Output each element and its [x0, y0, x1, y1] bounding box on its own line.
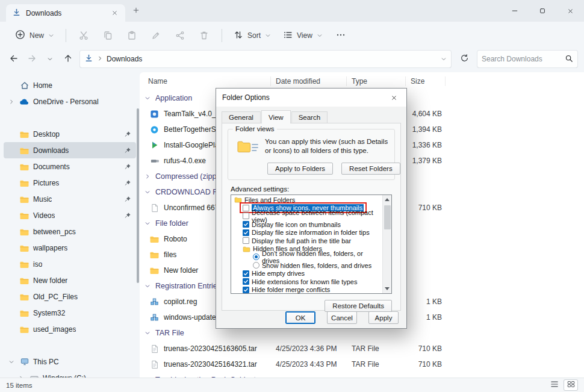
search-input[interactable] [482, 55, 565, 63]
delete-button[interactable] [193, 25, 216, 46]
tree-item-label[interactable]: Files and Folders [244, 196, 295, 204]
sidebar-item-system32[interactable]: System32 [4, 305, 136, 321]
chevron-right-icon[interactable] [7, 99, 16, 105]
checkbox[interactable] [243, 213, 249, 219]
sidebar-item-wallpapers[interactable]: wallpapers [4, 240, 136, 256]
checkbox[interactable] [243, 221, 249, 228]
cancel-button[interactable]: Cancel [327, 311, 357, 324]
tree-item-hide-extensions-for-known-file-types[interactable]: Hide extensions for known file types [231, 278, 382, 286]
column-header-size[interactable]: Size [406, 76, 446, 86]
tree-item-decrease-space-between-items-compact-view[interactable]: Decrease space between items (compact vi… [231, 212, 382, 220]
tree-item-label[interactable]: Display the full path in the title bar [252, 237, 351, 244]
sidebar-item-this-pc[interactable]: This PC [4, 353, 136, 370]
sidebar-item-old-pc-files[interactable]: Old_PC_Files [4, 288, 136, 305]
recent-locations-button[interactable] [41, 50, 59, 68]
back-button[interactable] [5, 50, 23, 68]
reset-folders-button[interactable]: Reset Folders [341, 163, 400, 175]
column-header-type[interactable]: Type [347, 76, 406, 86]
group-header-troubleshooting-pack-cabinet[interactable]: Troubleshooting Pack Cabinet [140, 372, 584, 378]
checkbox[interactable] [243, 237, 249, 244]
sidebar-item-between-pcs[interactable]: between_pcs [4, 223, 136, 240]
column-header-name[interactable]: Name [143, 76, 271, 86]
chevron-right-icon[interactable] [17, 375, 25, 378]
up-button[interactable] [59, 50, 77, 68]
chevron-down-icon[interactable] [7, 359, 16, 365]
sidebar-item-pictures[interactable]: Pictures [4, 175, 136, 191]
sidebar-item-used-images[interactable]: used_images [4, 321, 136, 337]
scroll-thumb[interactable] [384, 205, 391, 229]
address-input[interactable]: Downloads [79, 50, 452, 68]
table-row[interactable]: truenas-20230425164321.tar4/25/2023 4:43… [140, 356, 584, 372]
list-scrollbar[interactable] [382, 195, 391, 293]
chevron-down-icon[interactable] [143, 283, 152, 289]
sidebar-scrollbar[interactable] [137, 108, 139, 283]
ok-button[interactable]: OK [285, 311, 315, 324]
tab-downloads[interactable]: Downloads [6, 4, 125, 22]
checkbox[interactable] [243, 287, 249, 293]
minimize-button[interactable] [501, 0, 529, 22]
copy-button[interactable] [96, 25, 119, 46]
tree-item-label[interactable]: Hide extensions for known file types [252, 278, 357, 285]
maximize-button[interactable] [529, 0, 556, 22]
dialog-titlebar[interactable]: Folder Options [216, 89, 406, 107]
tree-item-hide-folder-merge-conflicts[interactable]: Hide folder merge conflicts [231, 286, 382, 294]
radio-button[interactable] [253, 262, 259, 269]
tab-general[interactable]: General [222, 111, 261, 123]
apply-button[interactable]: Apply [368, 311, 399, 324]
sidebar-item-new-folder[interactable]: New folder [4, 272, 136, 288]
checkbox[interactable] [243, 229, 249, 236]
tree-item-label[interactable]: Display file icon on thumbnails [252, 221, 341, 228]
address-dropdown-icon[interactable] [441, 56, 447, 62]
tree-item-label[interactable]: Hide folder merge conflicts [252, 286, 330, 293]
checkbox[interactable] [243, 270, 249, 277]
chevron-right-icon[interactable] [143, 377, 152, 378]
scroll-up-icon[interactable] [383, 195, 392, 204]
column-header-date-modified[interactable]: Date modified [271, 76, 347, 86]
tab-search[interactable]: Search [291, 111, 328, 123]
sidebar-item-videos[interactable]: Videos [4, 207, 136, 223]
tree-item-display-file-size-information-in-folder-tips[interactable]: Display file size information in folder … [231, 228, 382, 237]
forward-button[interactable] [23, 50, 41, 68]
tab-view[interactable]: View [261, 110, 291, 123]
close-button[interactable] [556, 0, 584, 22]
tree-item-label[interactable]: Hide empty drives [252, 270, 305, 277]
large-icons-view-button[interactable] [564, 379, 578, 391]
chevron-right-icon[interactable] [143, 173, 152, 179]
tab-close-icon[interactable] [108, 7, 120, 19]
checkbox[interactable] [243, 278, 249, 285]
tree-item-files-and-folders[interactable]: Files and Folders [231, 196, 382, 204]
view-button[interactable]: View [278, 26, 328, 46]
chevron-down-icon[interactable] [143, 95, 152, 101]
tree-item-label[interactable]: Display file size information in folder … [252, 229, 370, 236]
sidebar-item-downloads[interactable]: Downloads [4, 142, 136, 158]
restore-defaults-button[interactable]: Restore Defaults [325, 300, 392, 312]
more-options-button[interactable] [329, 25, 352, 46]
tree-item-hide-empty-drives[interactable]: Hide empty drives [231, 269, 382, 278]
sidebar-item-iso[interactable]: iso [4, 256, 136, 272]
breadcrumb[interactable]: Downloads [107, 55, 142, 63]
sidebar-item-home[interactable]: Home [4, 77, 136, 93]
details-view-button[interactable] [547, 379, 562, 391]
sidebar-item-windows-c[interactable]: Windows (C:) [4, 370, 136, 378]
sidebar-item-documents[interactable]: Documents [4, 158, 136, 175]
chevron-down-icon[interactable] [143, 189, 152, 195]
new-button[interactable]: New [10, 25, 60, 46]
new-tab-button[interactable] [130, 4, 142, 16]
dialog-close-icon[interactable] [381, 89, 406, 107]
sidebar-item-music[interactable]: Music [4, 191, 136, 207]
scroll-down-icon[interactable] [383, 284, 392, 293]
sidebar-item-desktop[interactable]: Desktop [4, 126, 136, 142]
tree-item-show-hidden-files-folders-and-drives[interactable]: Show hidden files, folders, and drives [231, 261, 382, 270]
chevron-down-icon[interactable] [143, 330, 152, 336]
tree-item-label[interactable]: Show hidden files, folders, and drives [262, 262, 371, 269]
radio-button[interactable] [253, 254, 259, 260]
cut-button[interactable] [72, 25, 95, 46]
sidebar-item-onedrive-personal[interactable]: OneDrive - Personal [4, 93, 136, 110]
tree-item-don-t-show-hidden-files-folders-or-drives[interactable]: Don't show hidden files, folders, or dri… [231, 253, 382, 261]
paste-button[interactable] [120, 25, 143, 46]
refresh-button[interactable] [455, 50, 473, 68]
table-row[interactable]: truenas-20230425163605.tar4/25/2023 4:36… [140, 341, 584, 356]
rename-button[interactable] [144, 25, 167, 46]
apply-to-folders-button[interactable]: Apply to Folders [267, 163, 333, 175]
sort-button[interactable]: Sort [228, 26, 276, 46]
